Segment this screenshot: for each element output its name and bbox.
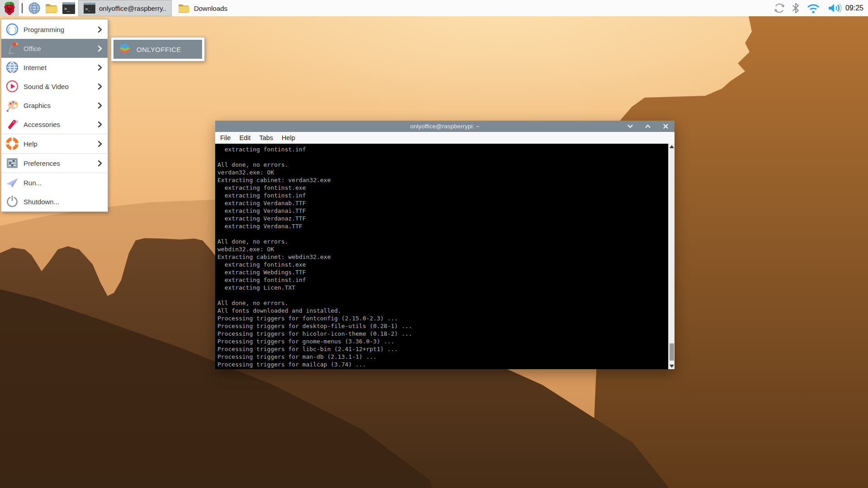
chevron-right-icon: [98, 102, 102, 109]
paper-plane-icon: [5, 176, 19, 189]
globe-browser-icon: [28, 2, 41, 14]
chevron-right-icon: [98, 141, 102, 147]
menu-file[interactable]: File: [220, 134, 231, 141]
terminal-window: onlyoffice@raspberrypi: ~ File Edit Tabs…: [215, 121, 675, 369]
desk-lamp-icon: [5, 42, 19, 55]
menu-item-programming[interactable]: { } Programming: [1, 20, 108, 39]
menu-tabs[interactable]: Tabs: [259, 134, 273, 141]
menu-item-shutdown[interactable]: Shutdown...: [1, 192, 108, 211]
menu-item-preferences[interactable]: Preferences: [1, 154, 108, 173]
chevron-right-icon: [98, 26, 102, 33]
menu-item-label: Preferences: [24, 160, 98, 167]
menu-item-label: Accessories: [24, 121, 98, 128]
volume-icon[interactable]: [827, 2, 844, 14]
task-label: onlyoffice@raspberry..: [99, 5, 166, 12]
submenu-item-onlyoffice[interactable]: ONLYOFFICE: [113, 40, 202, 59]
menu-item-label: Internet: [24, 64, 98, 71]
menu-item-internet[interactable]: Internet: [1, 58, 108, 77]
menu-item-office[interactable]: Office: [1, 39, 108, 58]
taskbar: >_ >_ onlyoffice@raspberry.. Downloads: [0, 0, 868, 16]
terminal-icon: >_: [84, 3, 95, 14]
bluetooth-icon[interactable]: [792, 2, 799, 14]
menu-item-label: Sound & Video: [24, 83, 98, 90]
chevron-right-icon: [98, 64, 102, 71]
raspberry-pi-icon: [3, 1, 16, 15]
window-title: onlyoffice@raspberrypi: ~: [215, 123, 675, 130]
menu-item-label: Shutdown...: [24, 198, 102, 206]
taskbar-clock[interactable]: 09:25: [845, 4, 863, 12]
minimize-button[interactable]: [627, 123, 633, 130]
office-submenu: ONLYOFFICE: [111, 37, 205, 61]
scrollbar-thumb[interactable]: [670, 343, 674, 361]
chevron-right-icon: [98, 45, 102, 52]
menu-item-label: Office: [24, 45, 98, 52]
folder-icon: [178, 2, 190, 14]
scroll-down-arrow-icon[interactable]: [670, 365, 674, 368]
taskbar-task-downloads[interactable]: Downloads: [173, 0, 232, 16]
app-menu-button[interactable]: [0, 0, 19, 16]
application-menu: { } Programming Office Internet: [1, 19, 108, 212]
file-manager-folder-icon: [45, 2, 58, 14]
menu-item-accessories[interactable]: Accessories: [1, 115, 108, 134]
launcher-file-manager[interactable]: [43, 0, 60, 16]
menu-item-sound-video[interactable]: Sound & Video: [1, 77, 108, 96]
svg-text:>_: >_: [85, 6, 91, 11]
submenu-item-label: ONLYOFFICE: [137, 46, 181, 53]
menu-item-label: Programming: [24, 26, 98, 33]
launcher-terminal[interactable]: >_: [60, 0, 77, 16]
chevron-right-icon: [98, 83, 102, 90]
menu-item-run[interactable]: Run...: [1, 173, 108, 192]
taskbar-separator: [22, 3, 23, 13]
braces-icon: { }: [5, 23, 19, 36]
globe-icon: [5, 61, 19, 74]
window-controls: [627, 123, 675, 130]
chevron-right-icon: [98, 121, 102, 128]
swiss-knife-icon: [5, 117, 19, 131]
power-icon: [5, 195, 19, 208]
task-label: Downloads: [194, 5, 227, 12]
close-button[interactable]: [662, 123, 669, 130]
wifi-icon[interactable]: [806, 2, 821, 14]
taskbar-task-terminal[interactable]: >_ onlyoffice@raspberry..: [78, 0, 172, 16]
launcher-web-browser[interactable]: [26, 0, 43, 16]
menu-item-label: Help: [24, 140, 98, 148]
terminal-titlebar[interactable]: onlyoffice@raspberrypi: ~: [215, 121, 675, 132]
lifebuoy-icon: [5, 137, 19, 150]
menu-item-help[interactable]: Help: [1, 134, 108, 153]
terminal-output: extracting fontinst.inf All done, no err…: [215, 144, 675, 368]
menu-edit[interactable]: Edit: [239, 134, 250, 141]
svg-text:>_: >_: [64, 6, 70, 12]
updates-sync-icon[interactable]: [774, 2, 785, 14]
palette-icon: [5, 99, 19, 112]
sliders-icon: [5, 156, 19, 170]
play-circle-icon: [5, 80, 19, 93]
scroll-up-arrow-icon[interactable]: [670, 145, 674, 148]
menu-item-label: Graphics: [24, 102, 98, 109]
onlyoffice-layers-icon: [118, 42, 132, 56]
terminal-icon: >_: [62, 2, 75, 14]
maximize-button[interactable]: [645, 123, 651, 130]
chevron-right-icon: [98, 160, 102, 167]
menu-item-label: Run...: [24, 179, 102, 187]
menu-item-graphics[interactable]: Graphics: [1, 96, 108, 115]
menu-help[interactable]: Help: [282, 134, 295, 141]
svg-text:{ }: { }: [7, 27, 17, 33]
system-tray: [774, 2, 844, 14]
terminal-content[interactable]: extracting fontinst.inf All done, no err…: [215, 144, 675, 369]
terminal-menubar: File Edit Tabs Help: [215, 132, 675, 144]
terminal-scrollbar[interactable]: [668, 144, 675, 369]
